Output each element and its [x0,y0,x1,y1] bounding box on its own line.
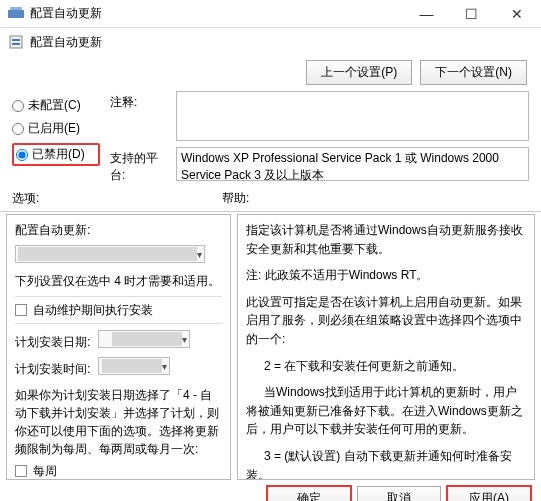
comment-textarea[interactable] [176,91,529,141]
radio-enabled[interactable]: 已启用(E) [12,120,100,137]
subtitle-row: 配置自动更新 [0,28,541,56]
ok-button[interactable]: 确定 [267,486,351,501]
chevron-down-icon: ▾ [162,359,167,374]
install-time-label: 计划安装时间: [15,362,90,376]
help-panel: 指定该计算机是否将通过Windows自动更新服务接收安全更新和其他重要下载。 注… [237,214,535,480]
comment-label: 注释: [110,91,170,111]
next-setting-button[interactable]: 下一个设置(N) [420,60,527,85]
policy-icon [8,34,24,50]
radio-enabled-input[interactable] [12,123,24,135]
radio-disabled-input[interactable] [16,149,28,161]
divider [0,211,541,212]
radio-not-configured[interactable]: 未配置(C) [12,97,100,114]
state-radio-group: 未配置(C) 已启用(E) 已禁用(D) [12,91,100,166]
svg-rect-1 [10,7,22,10]
radio-not-configured-label: 未配置(C) [28,97,81,114]
options-long-note: 如果你为计划安装日期选择了「4 - 自动下载并计划安装」并选择了计划，则你还可以… [15,386,222,458]
apply-button[interactable]: 应用(A) [447,486,531,501]
chevron-down-icon: ▾ [182,332,187,347]
help-label: 帮助: [222,190,249,207]
window-title: 配置自动更新 [30,5,404,22]
options-label: 选项: [12,190,222,207]
maint-checkbox[interactable] [15,304,27,316]
maint-checkbox-label: 自动维护期间执行安装 [33,301,153,319]
config-update-dropdown[interactable]: ▾ [15,245,205,263]
options-heading: 配置自动更新: [15,221,222,239]
help-p4: 2 = 在下载和安装任何更新之前通知。 [246,357,526,376]
radio-disabled-label: 已禁用(D) [32,146,85,163]
weekly-checkbox-label: 每周 [33,462,57,480]
cancel-button[interactable]: 取消 [357,486,441,501]
setting-nav: 上一个设置(P) 下一个设置(N) [0,56,541,91]
supported-platform-box: Windows XP Professional Service Pack 1 或… [176,147,529,181]
help-p6: 3 = (默认设置) 自动下载更新并通知何时准备安装。 [246,447,526,480]
app-icon [8,6,24,22]
radio-not-configured-input[interactable] [12,100,24,112]
maximize-button[interactable]: ☐ [449,0,494,28]
dropdown-value-placeholder [18,247,197,261]
titlebar: 配置自动更新 — ☐ ✕ [0,0,541,28]
help-p2: 注: 此政策不适用于Windows RT。 [246,266,526,285]
options-note: 下列设置仅在选中 4 时才需要和适用。 [15,272,222,290]
help-p3: 此设置可指定是否在该计算机上启用自动更新。如果启用了服务，则必须在组策略设置中选… [246,293,526,349]
weekly-checkbox[interactable] [15,465,27,477]
dialog-footer: 确定 取消 应用(A) [0,480,541,501]
svg-rect-2 [10,36,22,48]
prev-setting-button[interactable]: 上一个设置(P) [306,60,412,85]
radio-enabled-label: 已启用(E) [28,120,80,137]
platform-label: 支持的平台: [110,147,170,184]
maint-checkbox-row[interactable]: 自动维护期间执行安装 [15,301,222,319]
radio-disabled[interactable]: 已禁用(D) [12,143,100,166]
close-button[interactable]: ✕ [494,0,539,28]
chevron-down-icon: ▾ [197,247,202,262]
help-p5: 当Windows找到适用于此计算机的更新时，用户将被通知更新已准备好下载。在进入… [246,383,526,439]
weekly-checkbox-row[interactable]: 每周 [15,462,222,480]
help-p1: 指定该计算机是否将通过Windows自动更新服务接收安全更新和其他重要下载。 [246,221,526,258]
svg-rect-4 [12,43,20,45]
install-date-row: 计划安装日期: ▾ [15,330,222,351]
minimize-button[interactable]: — [404,0,449,28]
install-time-dropdown[interactable]: ▾ [98,357,170,375]
install-time-row: 计划安装时间: ▾ [15,357,222,378]
options-panel: 配置自动更新: ▾ 下列设置仅在选中 4 时才需要和适用。 自动维护期间执行安装… [6,214,231,480]
install-date-dropdown[interactable]: ▾ [98,330,190,348]
svg-rect-0 [8,10,24,18]
subtitle-text: 配置自动更新 [30,34,102,51]
svg-rect-3 [12,39,20,41]
install-date-label: 计划安装日期: [15,335,90,349]
